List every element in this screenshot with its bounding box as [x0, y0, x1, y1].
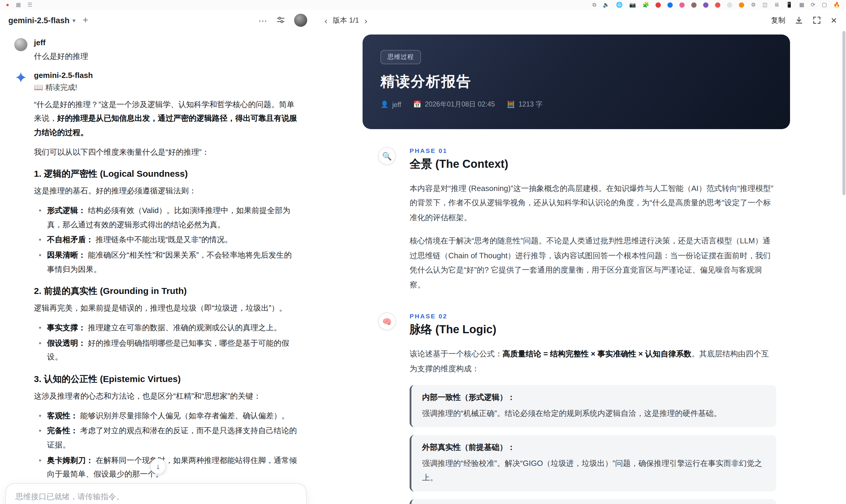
- report-word-count: 1213 字: [518, 100, 543, 109]
- text-run: 该论述基于一个核心公式：: [410, 349, 503, 358]
- assistant-name: gemini-2.5-flash: [34, 71, 298, 80]
- phone-icon[interactable]: 📱: [786, 0, 792, 10]
- assistant-content: “什么是好的推理？”这是一个涉及逻辑学、认知科学和哲学核心的问题。简单来说，好的…: [34, 97, 298, 504]
- flame-icon[interactable]: 🔥: [833, 0, 840, 10]
- assistant-paragraph: “什么是好的推理？”这是一个涉及逻辑学、认知科学和哲学核心的问题。简单来说，好的…: [34, 97, 298, 140]
- settings-sliders-icon[interactable]: [276, 15, 285, 25]
- new-chat-button[interactable]: +: [83, 15, 88, 25]
- extension-favicon-pink[interactable]: [680, 2, 685, 7]
- down-arrow-icon: ↓: [156, 462, 160, 471]
- extension-puzzle-icon[interactable]: 🧩: [642, 0, 649, 10]
- assistant-bullet-list: 形式逻辑： 结构必须有效（Valid）。比如演绎推理中，如果前提全部为真，那么通…: [34, 203, 298, 276]
- bullet-lead: 奥卡姆剃刀：: [47, 455, 95, 464]
- assistant-status: 📖 精读完成!: [34, 83, 298, 93]
- chat-input[interactable]: 思维接口已就绪，请传输指令。: [16, 491, 297, 502]
- phase-paragraph: 该论述基于一个核心公式：高质量结论 = 结构完整性 × 事实准确性 × 认知自律…: [410, 347, 776, 376]
- assistant-paragraph: 这是推理的基石。好的推理必须遵循逻辑法则：: [34, 184, 298, 198]
- bullet-lead: 客观性：: [47, 411, 80, 420]
- chevron-down-icon[interactable]: ▾: [73, 17, 76, 23]
- apps-grid-icon[interactable]: ▦: [799, 0, 804, 10]
- logic-card-text: 强调推理的“经验校准”。解决“GIGO（垃圾进，垃圾出）”问题，确保推理引擎运行…: [422, 457, 765, 485]
- record-icon[interactable]: ●: [6, 0, 9, 10]
- artifact-panel: ‹ 版本 1/1 › 复制 ✕: [316, 10, 846, 504]
- assistant-message: gemini-2.5-flash 📖 精读完成! “什么是好的推理？”这是一个涉…: [0, 66, 316, 504]
- menu-icon[interactable]: ☰: [28, 0, 32, 10]
- word-count-icon: 🧮: [507, 101, 515, 108]
- account-avatar[interactable]: [294, 14, 307, 27]
- browser-toolbar: ●▦☰ ⧉🔉🌐📷🧩⚙◫🖥📱▦⟳▢🔥: [0, 0, 846, 10]
- user-avatar: [14, 38, 28, 51]
- assistant-bullet: 假设透明： 好的推理会明确指明哪些是已知事实，哪些是基于可能的假设。: [34, 336, 298, 364]
- report-title: 精读分析报告: [381, 72, 772, 91]
- download-icon[interactable]: [795, 16, 803, 24]
- phase-paragraph: 核心情境在于解决“思考的随意性”问题。不论是人类通过批判性思维进行决策，还是大语…: [410, 234, 776, 292]
- split-view-icon[interactable]: ◫: [762, 0, 768, 10]
- report-author: jeff: [392, 101, 401, 108]
- logic-card-title: 外部真实性（前提基础）：: [422, 443, 765, 453]
- version-next-button[interactable]: ›: [364, 16, 367, 25]
- bullet-lead: 完备性：: [47, 426, 80, 435]
- monitor-icon[interactable]: 🖥: [774, 0, 779, 10]
- text-run: 这涉及推理者的心态和方法论，也是区分“杠精”和“思想家”的关键：: [34, 392, 261, 400]
- extension-favicon-brown[interactable]: [691, 2, 697, 7]
- gemini-star-icon: [14, 71, 28, 84]
- chat-composer[interactable]: 思维接口已就绪，请传输指令。 +: [5, 483, 306, 504]
- stop-icon[interactable]: ▢: [822, 0, 827, 10]
- refresh-icon[interactable]: ⟳: [811, 0, 815, 10]
- version-prev-button[interactable]: ‹: [324, 16, 328, 25]
- copy-page-icon[interactable]: ⧉: [593, 0, 596, 10]
- bullet-lead: 事实支撑：: [47, 323, 88, 332]
- extension-favicon-scarlet[interactable]: [715, 2, 721, 7]
- user-name: jeff: [34, 38, 298, 47]
- bullet-text: 能够识别并尽量排除个人偏见（如幸存者偏差、确认偏差）。: [80, 411, 289, 420]
- close-icon[interactable]: ✕: [830, 16, 837, 25]
- bullet-text: 推理链条中不能出现“既是又非”的情况。: [95, 235, 232, 244]
- model-selector[interactable]: gemini-2.5-flash: [8, 16, 70, 25]
- app-window: gemini-2.5-flash ▾ + ⋯: [0, 10, 846, 504]
- calendar-icon: 📅: [413, 101, 421, 108]
- phase-title: 全景 (The Context): [410, 157, 790, 172]
- logic-card-text: 强调推理的“机械正确”。结论必须在给定的规则系统内逻辑自洽，这是推理的硬件基础。: [422, 407, 765, 420]
- assistant-bullet: 事实支撑： 推理建立在可靠的数据、准确的观测或公认的真理之上。: [34, 321, 298, 335]
- report-badge: 思维过程: [381, 50, 421, 64]
- artifact-toolbar: ‹ 版本 1/1 › 复制 ✕: [316, 10, 846, 31]
- assistant-bullet-list: 客观性： 能够识别并尽量排除个人偏见（如幸存者偏差、确认偏差）。完备性： 考虑了…: [34, 409, 298, 481]
- text-run: 这是推理的基石。好的推理必须遵循逻辑法则：: [34, 186, 196, 196]
- book-icon: 📖: [34, 83, 43, 92]
- browser-left-icons: ●▦☰: [6, 0, 32, 10]
- text-run: 本内容是对“推理 (Reasoning)”这一抽象概念的高层建模。在知识爆炸与人…: [410, 184, 773, 222]
- more-options-button[interactable]: ⋯: [258, 16, 267, 25]
- author-icon: 👤: [381, 101, 388, 108]
- assistant-paragraph: 逻辑再完美，如果前提是错误的，推理也是垃圾（即“垃圾进，垃圾出”）。: [34, 301, 298, 316]
- version-label: 版本 1/1: [333, 15, 359, 25]
- chat-panel: gemini-2.5-flash ▾ + ⋯: [0, 10, 316, 504]
- audio-icon[interactable]: 🔉: [603, 0, 609, 10]
- copy-button[interactable]: 复制: [771, 15, 785, 25]
- grid-icon[interactable]: ▦: [16, 0, 21, 10]
- extension-favicon-purple[interactable]: [703, 2, 709, 7]
- gear-icon[interactable]: ⚙: [751, 0, 756, 10]
- report-body: 🔍PHASE 01全景 (The Context)本内容是对“推理 (Reaso…: [363, 129, 790, 504]
- extension-favicon-light[interactable]: [727, 2, 733, 7]
- scroll-to-bottom-button[interactable]: ↓: [150, 458, 166, 474]
- phase-block: 🧠PHASE 02脉络 (The Logic)该论述基于一个核心公式：高质量结论…: [363, 312, 790, 504]
- logic-card: 内部一致性（形式逻辑）：强调推理的“机械正确”。结论必须在给定的规则系统内逻辑自…: [410, 385, 776, 428]
- fullscreen-icon[interactable]: [813, 16, 821, 24]
- camera-icon[interactable]: 📷: [629, 0, 636, 10]
- assistant-paragraph: 这涉及推理者的心态和方法论，也是区分“杠精”和“思想家”的关键：: [34, 389, 298, 403]
- assistant-heading: 1. 逻辑的严密性 (Logical Soundness): [34, 169, 298, 180]
- artifact-document[interactable]: 思维过程 精读分析报告 👤 jeff 📅 2026年01月08日 02:45: [316, 31, 846, 504]
- extension-favicon-blue[interactable]: [668, 2, 673, 7]
- phase-label: PHASE 02: [410, 312, 790, 320]
- translate-icon[interactable]: 🌐: [616, 0, 622, 10]
- assistant-bullet: 因果清晰： 能准确区分“相关性”和“因果关系”，不会轻率地将先后发生的事情归为因…: [34, 248, 298, 276]
- extension-favicon-orange[interactable]: [739, 2, 744, 7]
- artifact-scrollbar[interactable]: [842, 31, 845, 195]
- bullet-lead: 假设透明：: [47, 338, 88, 347]
- phase-block: 🔍PHASE 01全景 (The Context)本内容是对“推理 (Reaso…: [363, 147, 790, 292]
- assistant-bullet: 客观性： 能够识别并尽量排除个人偏见（如幸存者偏差、确认偏差）。: [34, 409, 298, 422]
- extension-favicon-red[interactable]: [656, 2, 661, 7]
- bullet-lead: 因果清晰：: [47, 251, 88, 259]
- chat-message-list[interactable]: jeff 什么是好的推理 gem: [0, 31, 316, 504]
- phase-icon: 🧠: [378, 312, 396, 330]
